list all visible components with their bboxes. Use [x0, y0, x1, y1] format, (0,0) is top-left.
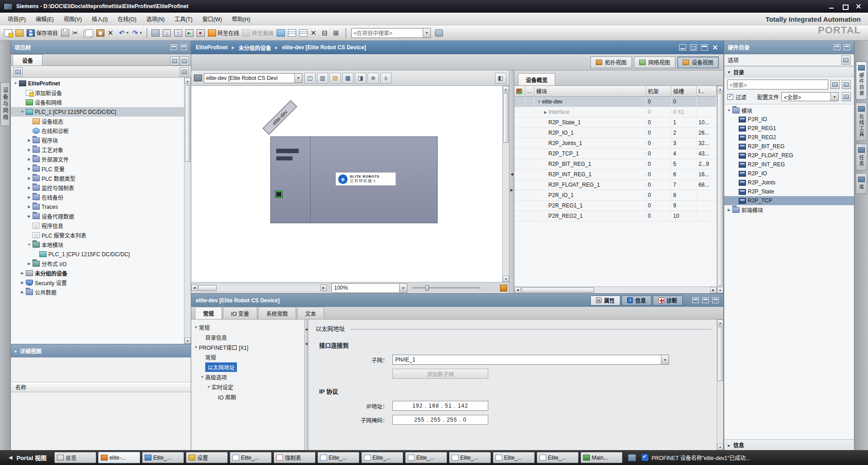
tree-expander-icon[interactable]: ▶: [26, 148, 32, 152]
scroll-down-icon[interactable]: [717, 287, 723, 293]
scrollbar-track[interactable]: [503, 92, 509, 276]
device-overview-row[interactable]: R2P_INT_REG_1 0 6 16...: [514, 169, 717, 180]
detail-view-header[interactable]: 详细视图: [11, 344, 191, 357]
nav-io-cycle[interactable]: IO 周期: [191, 392, 304, 402]
nav-real-time-settings[interactable]: ▼ 实时设定: [191, 382, 304, 392]
device-overview-row[interactable]: P2R_IO_1 0 8: [514, 190, 717, 201]
search-dropdown-icon[interactable]: [423, 28, 430, 38]
scroll-up-icon[interactable]: [184, 78, 191, 84]
fit-view-icon[interactable]: [500, 285, 507, 291]
project-tree-scrollbar[interactable]: [184, 78, 191, 344]
catalog-folder-modules[interactable]: ▼ 模块: [724, 106, 854, 115]
taskbar-elite-dev[interactable]: elite-...: [98, 452, 140, 463]
row-expander-icon[interactable]: ▶: [542, 110, 548, 114]
scroll-down-icon[interactable]: [503, 276, 509, 282]
search-up-icon[interactable]: [842, 80, 851, 89]
module-column-header[interactable]: 模块: [534, 86, 646, 96]
scrollbar-thumb[interactable]: [503, 93, 509, 143]
subnet-dropdown-icon[interactable]: [661, 355, 669, 364]
properties-maximize-icon[interactable]: [702, 297, 709, 303]
editor-close-icon[interactable]: [712, 44, 719, 51]
filter-checkbox[interactable]: [727, 94, 733, 100]
search-down-icon[interactable]: [830, 80, 840, 89]
task-card-online-tools[interactable]: 在线工具: [856, 103, 867, 141]
status-message[interactable]: PROFINET 设备名称"elite-dev1"已成功...: [642, 454, 750, 461]
nav-expander-icon[interactable]: ▼: [199, 375, 205, 379]
splitter-collapse-icon[interactable]: ◀: [305, 328, 307, 331]
scrollbar-thumb[interactable]: [198, 285, 217, 291]
catalog-module-p2r-io[interactable]: P2R_IO: [724, 115, 854, 124]
subnet-select[interactable]: PN/IE_1: [392, 355, 669, 365]
catalog-expander-icon[interactable]: ▼: [726, 108, 732, 113]
taskbar-elite-table[interactable]: Elite_...: [230, 452, 272, 463]
tree-link-icon[interactable]: [180, 67, 189, 76]
scroll-down-icon[interactable]: [717, 444, 723, 450]
editor-float-icon[interactable]: [690, 44, 697, 51]
catalog-module-p2r-reg2[interactable]: P2R_REG2: [724, 133, 854, 142]
network-view-button[interactable]: 网络视图: [634, 56, 675, 68]
catalog-section-header[interactable]: 目录: [724, 66, 854, 77]
diagnostics-side-tab[interactable]: 诊断: [653, 296, 683, 305]
taskbar-main-block[interactable]: Main...: [580, 452, 623, 463]
scroll-right-icon[interactable]: [710, 287, 717, 293]
general-tab[interactable]: 常规: [195, 307, 222, 319]
sync-network-view-button[interactable]: ◧: [495, 73, 506, 84]
scroll-right-icon[interactable]: [321, 285, 327, 291]
taskbar-elite-table[interactable]: Elite_...: [493, 452, 535, 463]
catalog-module-r2p-joints[interactable]: R2P_Joints: [724, 178, 854, 187]
remove-button[interactable]: ✕: [309, 27, 320, 39]
scrollbar-track[interactable]: [198, 285, 321, 291]
tree-expander-icon[interactable]: ▼: [19, 110, 25, 114]
nav-expander-icon[interactable]: ▼: [193, 345, 199, 349]
menu-options[interactable]: 选项(N): [142, 13, 170, 25]
status-column-header[interactable]: [514, 86, 525, 96]
go-online-button[interactable]: 转至在线: [207, 27, 241, 39]
tree-item-devices-and-networks[interactable]: 设备和网络: [11, 98, 184, 107]
menu-tools[interactable]: 工具(T): [170, 13, 197, 25]
tree-item-device-proxy-data[interactable]: ▶ 设备代理数据: [11, 211, 184, 221]
properties-scrollbar[interactable]: [717, 319, 723, 450]
open-project-button[interactable]: [14, 27, 25, 39]
scroll-up-icon[interactable]: [503, 86, 509, 92]
tree-filter-icon[interactable]: [14, 67, 23, 76]
nav-expander-icon[interactable]: ▼: [193, 325, 199, 329]
chevron-down-icon[interactable]: [14, 348, 17, 354]
taskbar-settings[interactable]: 设置: [186, 452, 228, 463]
tree-item-distributed-io[interactable]: ▶ 分布式 I/O: [11, 259, 184, 268]
editor-maximize-icon[interactable]: [701, 44, 708, 51]
collapse-panel-icon[interactable]: [180, 44, 187, 50]
texts-tab[interactable]: 文本: [297, 307, 324, 319]
portal-view-button[interactable]: ◀ Portal 视图: [3, 450, 52, 465]
tree-expander-icon[interactable]: ▶: [26, 138, 32, 142]
new-project-button[interactable]: [3, 27, 14, 39]
device-overview-row[interactable]: R2P_FLOAT_REG_1 0 7 68...: [514, 180, 717, 190]
add-subnet-button[interactable]: 添加新子网: [392, 369, 488, 379]
menu-help[interactable]: 帮助(H): [227, 13, 255, 25]
tree-item-plc-data-types[interactable]: ▶ PLC 数据类型: [11, 174, 184, 183]
taskbar-elite-table[interactable]: Elite_...: [449, 452, 491, 463]
tag-table-button[interactable]: ▥: [317, 73, 328, 84]
options-icon[interactable]: [841, 56, 850, 65]
breadcrumb-ungrouped-devices[interactable]: 未分组的设备: [228, 44, 271, 52]
tree-item-eliteprofinet[interactable]: ▼ EliteProfinet: [11, 79, 184, 88]
tree-expander-icon[interactable]: ▶: [19, 271, 25, 275]
scroll-down-icon[interactable]: [184, 338, 191, 344]
detail-view-name-column[interactable]: 名称: [11, 382, 191, 392]
taskbar-elite-table[interactable]: Elite_...: [317, 452, 359, 463]
menu-insert[interactable]: 插入(I): [87, 13, 113, 25]
slot-column-header[interactable]: 插槽: [671, 86, 697, 96]
profile-select[interactable]: <全部>: [781, 92, 839, 101]
menu-edit[interactable]: 编辑(E): [31, 13, 59, 25]
devices-networks-vertical-tab[interactable]: 设备与网络: [0, 82, 10, 126]
tree-item-ungrouped-devices[interactable]: ▶ 未分组的设备: [11, 268, 184, 278]
scroll-left-icon[interactable]: [191, 285, 198, 291]
catalog-folder-head-modules[interactable]: ▶ 前端模块: [724, 205, 854, 214]
scrollbar-track[interactable]: [184, 84, 191, 338]
taskbar-elite-table[interactable]: Elite_...: [537, 452, 579, 463]
device-view-button[interactable]: 设备视图: [677, 56, 719, 68]
tree-expander-icon[interactable]: ▼: [26, 243, 32, 247]
overview-horizontal-scrollbar[interactable]: [514, 287, 717, 293]
splitter-collapse-icon[interactable]: ◀: [305, 342, 307, 346]
global-search-button[interactable]: [434, 27, 444, 39]
rack-column-header[interactable]: 机架: [646, 86, 671, 96]
